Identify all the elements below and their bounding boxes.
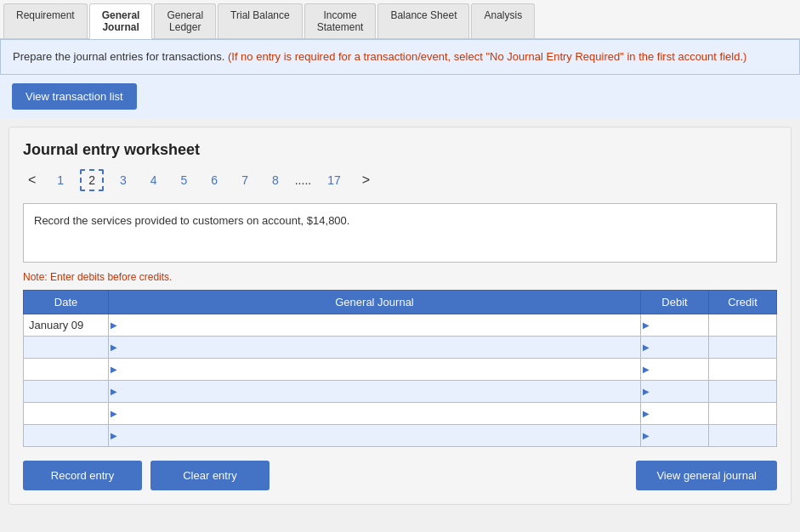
journal-table: Date General Journal Debit Credit Januar…: [23, 290, 777, 447]
page-ellipsis: .....: [295, 173, 311, 187]
table-row: ▶ ▶: [24, 424, 777, 446]
debit-input-1[interactable]: [641, 314, 708, 336]
date-cell-2: [24, 336, 109, 358]
credit-cell-5[interactable]: [709, 402, 777, 424]
table-row: ▶ ▶: [24, 336, 777, 358]
pagination: < 1 2 3 4 5 6 7 8 ..... 17 >: [23, 169, 777, 191]
debit-arrow-3: ▶: [643, 365, 650, 374]
table-row: ▶ ▶: [24, 358, 777, 380]
tab-income-statement[interactable]: IncomeStatement: [304, 3, 377, 38]
table-row: ▶ ▶: [24, 380, 777, 402]
journal-cell-2[interactable]: ▶: [109, 336, 641, 358]
credit-cell-3[interactable]: [709, 358, 777, 380]
page-6[interactable]: 6: [203, 170, 225, 190]
debit-input-4[interactable]: [641, 381, 708, 402]
date-cell-1: January 09: [24, 314, 109, 336]
journal-cell-4[interactable]: ▶: [109, 380, 641, 402]
main-content: Journal entry worksheet < 1 2 3 4 5 6 7 …: [9, 127, 791, 505]
debit-arrow-1: ▶: [643, 320, 650, 330]
debit-cell-1[interactable]: ▶: [641, 314, 709, 336]
debit-input-2[interactable]: [641, 337, 708, 358]
col-header-journal: General Journal: [109, 290, 641, 314]
page-17[interactable]: 17: [320, 170, 349, 190]
page-next[interactable]: >: [357, 171, 375, 190]
col-header-date: Date: [24, 290, 109, 314]
tab-bar: Requirement GeneralJournal GeneralLedger…: [0, 0, 800, 39]
info-banner: Prepare the journal entries for transact…: [0, 39, 800, 75]
clear-entry-button[interactable]: Clear entry: [150, 461, 270, 490]
arrow-icon-6: ▶: [111, 431, 117, 440]
debit-arrow-4: ▶: [643, 387, 650, 396]
info-main-text: Prepare the journal entries for transact…: [13, 50, 224, 63]
date-cell-5: [24, 402, 109, 424]
view-transaction-area: View transaction list: [0, 75, 800, 118]
credit-input-3[interactable]: [709, 359, 776, 380]
journal-input-2[interactable]: [109, 337, 640, 358]
credit-cell-6[interactable]: [709, 424, 777, 446]
debit-input-3[interactable]: [641, 359, 708, 380]
table-row: January 09 ▶ ▶: [24, 314, 777, 336]
buttons-row: Record entry Clear entry View general jo…: [23, 461, 777, 490]
date-cell-4: [24, 380, 109, 402]
journal-cell-3[interactable]: ▶: [109, 358, 641, 380]
record-entry-button[interactable]: Record entry: [23, 461, 142, 490]
page-7[interactable]: 7: [234, 170, 256, 190]
tab-requirement[interactable]: Requirement: [3, 3, 88, 38]
date-cell-3: [24, 358, 109, 380]
table-row: ▶ ▶: [24, 402, 777, 424]
tab-trial-balance[interactable]: Trial Balance: [218, 3, 303, 38]
date-value-1: January 09: [29, 319, 83, 331]
worksheet-title: Journal entry worksheet: [23, 141, 777, 159]
credit-input-4[interactable]: [709, 381, 776, 402]
arrow-icon-4: ▶: [111, 387, 117, 396]
journal-input-5[interactable]: [109, 403, 640, 424]
description-box: Record the services provided to customer…: [23, 203, 777, 263]
debit-arrow-6: ▶: [643, 431, 650, 440]
credit-cell-1[interactable]: [709, 314, 777, 336]
debit-cell-5[interactable]: ▶: [641, 402, 709, 424]
journal-input-1[interactable]: [109, 314, 640, 336]
debit-cell-2[interactable]: ▶: [641, 336, 709, 358]
arrow-icon-1: ▶: [111, 320, 117, 330]
page-2[interactable]: 2: [80, 169, 104, 191]
col-header-debit: Debit: [641, 290, 709, 314]
view-general-journal-button[interactable]: View general journal: [636, 461, 777, 490]
tab-general-journal[interactable]: GeneralJournal: [89, 3, 153, 39]
col-header-credit: Credit: [709, 290, 777, 314]
debit-cell-6[interactable]: ▶: [641, 424, 709, 446]
credit-input-5[interactable]: [709, 403, 776, 424]
credit-input-1[interactable]: [709, 314, 776, 336]
arrow-icon-2: ▶: [111, 342, 117, 352]
journal-cell-1[interactable]: ▶: [109, 314, 641, 336]
journal-input-3[interactable]: [109, 359, 640, 380]
page-5[interactable]: 5: [173, 170, 196, 190]
journal-cell-5[interactable]: ▶: [109, 402, 641, 424]
credit-input-6[interactable]: [709, 425, 776, 446]
debit-arrow-2: ▶: [643, 342, 650, 352]
note-text: Note: Enter debits before credits.: [23, 271, 777, 283]
debit-cell-4[interactable]: ▶: [641, 380, 709, 402]
arrow-icon-3: ▶: [111, 365, 117, 374]
info-warning-text: (If no entry is required for a transacti…: [228, 50, 746, 63]
debit-input-6[interactable]: [641, 425, 708, 446]
arrow-icon-5: ▶: [111, 409, 117, 418]
page-3[interactable]: 3: [112, 170, 134, 190]
page-8[interactable]: 8: [264, 170, 287, 190]
debit-cell-3[interactable]: ▶: [641, 358, 709, 380]
view-transaction-button[interactable]: View transaction list: [12, 83, 137, 110]
page-1[interactable]: 1: [49, 170, 71, 190]
date-cell-6: [24, 424, 109, 446]
journal-input-6[interactable]: [109, 425, 640, 446]
page-4[interactable]: 4: [143, 170, 165, 190]
tab-balance-sheet[interactable]: Balance Sheet: [377, 3, 469, 38]
journal-input-4[interactable]: [109, 381, 640, 402]
credit-cell-2[interactable]: [709, 336, 777, 358]
journal-cell-6[interactable]: ▶: [109, 424, 641, 446]
credit-input-2[interactable]: [709, 337, 776, 358]
description-text: Record the services provided to customer…: [34, 214, 349, 227]
credit-cell-4[interactable]: [709, 380, 777, 402]
tab-analysis[interactable]: Analysis: [471, 3, 535, 38]
tab-general-ledger[interactable]: GeneralLedger: [154, 3, 216, 38]
debit-input-5[interactable]: [641, 403, 708, 424]
page-prev[interactable]: <: [23, 171, 41, 190]
